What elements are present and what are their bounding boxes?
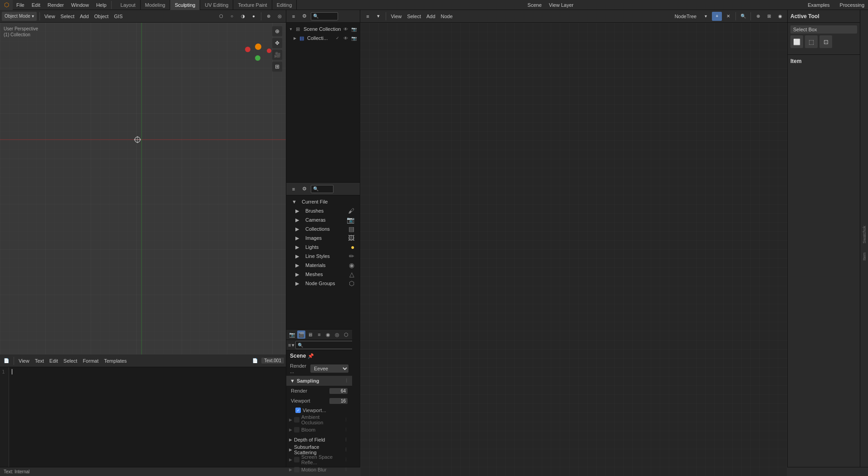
rp-scene-icon[interactable]: 🎬: [297, 330, 305, 339]
menu-file[interactable]: File: [13, 0, 28, 10]
select-box-btn[interactable]: Select Box: [790, 25, 857, 34]
scene-collection-item[interactable]: ▼ ⊞ Scene Collection 👁 📷: [286, 24, 360, 34]
menu-render[interactable]: Render: [44, 0, 68, 10]
meshes-item[interactable]: ▶ Meshes △: [286, 270, 360, 279]
ao-section[interactable]: ▶ Ambient Occlusion ⋮: [286, 415, 352, 425]
te-templates[interactable]: Templates: [102, 356, 128, 365]
cursor-tool[interactable]: ⊕: [272, 26, 282, 36]
collection-item[interactable]: ▶ ▤ Collecti... ✓ 👁 📷: [286, 34, 360, 43]
ssr-checkbox[interactable]: [294, 457, 299, 462]
sampling-header[interactable]: ▼ Sampling ⋮: [286, 376, 352, 386]
motionblur-section[interactable]: ▶ Motion Blur ⋮: [286, 465, 352, 475]
props-filter-icon[interactable]: ▾: [292, 341, 294, 349]
coll-vis-icon[interactable]: ✓: [334, 36, 341, 40]
add-menu[interactable]: Add: [78, 12, 91, 21]
props-mode-icon[interactable]: ≡: [288, 341, 291, 349]
ssr-section[interactable]: ▶ Screen Space Refle... ⋮: [286, 455, 352, 465]
render-value[interactable]: 64: [329, 388, 348, 394]
visibility-icon[interactable]: 👁: [343, 27, 349, 32]
view-menu[interactable]: View: [43, 12, 57, 21]
wire-shading[interactable]: ⬡: [216, 12, 226, 21]
select-menu[interactable]: Select: [59, 12, 76, 21]
render-engine-select[interactable]: Eevee Cycles Workbench: [310, 364, 348, 373]
ne-mode-icon[interactable]: ≡: [363, 12, 372, 21]
materials-item[interactable]: ▶ Materials ◉: [286, 261, 360, 270]
ne-close-btn[interactable]: ✕: [724, 12, 733, 21]
brushes-item[interactable]: ▶ Brushes 🖌: [286, 206, 360, 215]
props-search[interactable]: [295, 341, 352, 349]
tool-icon-2[interactable]: ⬚: [805, 35, 818, 48]
ne-ctrl1[interactable]: ⊕: [754, 12, 763, 21]
rendered-shading[interactable]: ●: [249, 12, 258, 21]
sss-section[interactable]: ▶ Subsurface Scattering ⋮: [286, 445, 352, 455]
linestyles-item[interactable]: ▶ Line Styles ✏: [286, 252, 360, 261]
rp-world-icon[interactable]: ◎: [333, 330, 341, 339]
mb-checkbox[interactable]: [294, 467, 299, 472]
ne-select[interactable]: Select: [405, 12, 423, 21]
ne-search[interactable]: 🔍: [739, 12, 748, 21]
move-tool[interactable]: ✥: [272, 38, 282, 48]
images-item[interactable]: ▶ Images 🖼: [286, 233, 360, 243]
denoising-checkbox[interactable]: ✓: [295, 408, 301, 413]
tab-sculpting[interactable]: Sculpting: [170, 0, 200, 10]
te-select[interactable]: Select: [62, 356, 79, 365]
te-text[interactable]: Text: [33, 356, 46, 365]
tab-modeling[interactable]: Modeling: [141, 0, 171, 10]
te-filename[interactable]: Text.001: [261, 358, 284, 364]
current-file-item[interactable]: ▼ Current File: [286, 197, 360, 206]
dof-section[interactable]: ▶ Depth of Field ⋮: [286, 435, 352, 445]
outliner-search[interactable]: [311, 12, 338, 20]
ne-node[interactable]: Node: [439, 12, 454, 21]
tool-icon-3[interactable]: ⊡: [819, 35, 832, 48]
scene-selector[interactable]: Scene: [524, 0, 545, 10]
text-editor-body[interactable]: 1: [0, 367, 286, 476]
tool-icon-1[interactable]: ⬜: [790, 35, 803, 48]
menu-window[interactable]: Window: [68, 0, 93, 10]
xray-toggle[interactable]: ◎: [275, 12, 284, 21]
te-icon[interactable]: 📄: [2, 356, 11, 365]
view-layer-selector[interactable]: View Layer: [545, 0, 577, 10]
ne-ctrl3[interactable]: ◉: [775, 12, 785, 21]
examples-label[interactable]: Examples: [804, 0, 833, 10]
grid-tool[interactable]: ⊞: [272, 62, 282, 72]
bloom-checkbox[interactable]: [294, 427, 299, 432]
bloom-section[interactable]: ▶ Bloom ⋮: [286, 425, 352, 435]
outliner-mode-icon[interactable]: ≡: [289, 12, 298, 21]
tab-texture-paint[interactable]: Texture Paint: [233, 0, 272, 10]
material-shading[interactable]: ◑: [238, 12, 247, 21]
db-filter-icon[interactable]: ⚙: [300, 185, 309, 194]
lights-item[interactable]: ▶ Lights ●: [286, 243, 360, 252]
te-format[interactable]: Format: [81, 356, 100, 365]
ne-add[interactable]: Add: [425, 12, 437, 21]
db-mode-icon[interactable]: ≡: [289, 185, 298, 194]
te-view[interactable]: View: [17, 356, 31, 365]
rp-output-icon[interactable]: 🖥: [306, 330, 314, 339]
node-editor-body[interactable]: [360, 23, 787, 476]
tab-uv-editing[interactable]: UV Editing: [200, 0, 233, 10]
overlay-toggle[interactable]: ⊕: [264, 12, 273, 21]
rp-render-icon[interactable]: 📷: [288, 330, 296, 339]
te-edit[interactable]: Edit: [48, 356, 60, 365]
te-file-selector[interactable]: 📄: [250, 356, 260, 365]
db-search[interactable]: [311, 185, 333, 193]
rp-object-icon[interactable]: ⬡: [342, 330, 350, 339]
render-icon[interactable]: 📷: [351, 27, 357, 32]
object-menu[interactable]: Object: [93, 12, 111, 21]
rp-view-layer-icon[interactable]: ≡: [315, 330, 324, 339]
swatchok-label[interactable]: Swatchok: [862, 226, 867, 243]
coll-render-icon[interactable]: 📷: [351, 36, 357, 41]
item-sidebar-label[interactable]: Item: [862, 253, 867, 261]
camera-view-tool[interactable]: 🎥: [272, 50, 282, 60]
ne-ctrl2[interactable]: ⊞: [765, 12, 774, 21]
cameras-item[interactable]: ▶ Cameras 📷: [286, 215, 360, 224]
scene-pin-icon[interactable]: 📌: [308, 353, 314, 359]
coll-eye-icon[interactable]: 👁: [343, 36, 349, 41]
tab-layout[interactable]: Layout: [116, 0, 141, 10]
text-content[interactable]: [9, 367, 286, 476]
ao-checkbox[interactable]: [294, 417, 299, 423]
viewport-value[interactable]: 16: [329, 398, 348, 404]
ne-new-btn[interactable]: +: [712, 12, 722, 21]
nodegroups-item[interactable]: ▶ Node Groups ⬡: [286, 279, 360, 288]
menu-edit[interactable]: Edit: [28, 0, 44, 10]
rp-scene2-icon[interactable]: ◉: [324, 330, 332, 339]
